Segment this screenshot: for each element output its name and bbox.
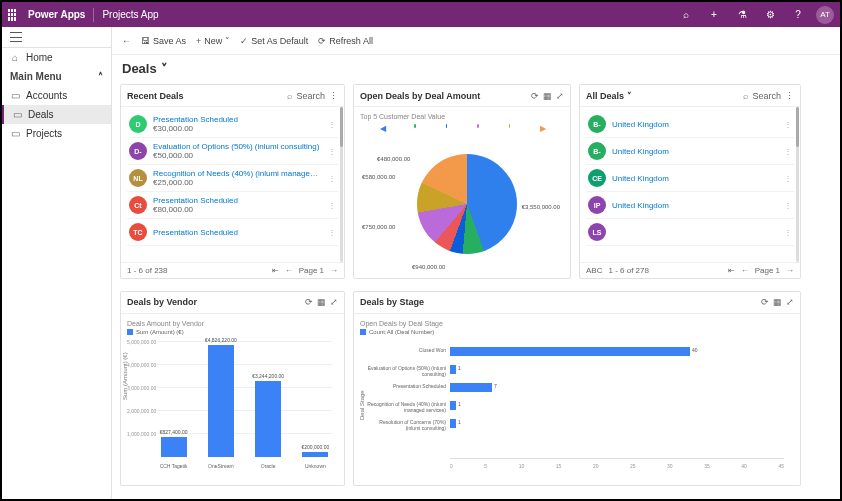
set-default-button[interactable]: ✓Set As Default <box>240 36 308 46</box>
chevron-down-icon: ˅ <box>225 36 230 46</box>
home-icon: ⌂ <box>10 52 20 63</box>
help-icon[interactable]: ? <box>788 5 808 25</box>
chart-legend: ◀ ▶ <box>360 122 564 130</box>
page-title[interactable]: Deals˅ <box>112 55 840 80</box>
nav-collapse-icon[interactable] <box>10 32 22 42</box>
nav-section-main[interactable]: Main Menu˄ <box>2 67 111 86</box>
deals-by-vendor-card: Deals by Vendor ⟳ ▦ ⤢ Deals Amount by Ve… <box>120 291 345 486</box>
avatar: B- <box>588 142 606 160</box>
add-icon[interactable]: + <box>704 5 724 25</box>
search-icon[interactable]: ⌕ <box>676 5 696 25</box>
refresh-icon[interactable]: ⟳ <box>531 91 539 101</box>
avatar: TC <box>129 223 147 241</box>
scrollbar[interactable] <box>340 107 343 262</box>
first-page-icon[interactable]: ⇤ <box>272 266 279 275</box>
refresh-icon[interactable]: ⟳ <box>305 297 313 307</box>
open-deals-amount-card: Open Deals by Deal Amount ⟳ ▦ ⤢ Top 5 Cu… <box>353 84 571 279</box>
chart-subtitle: Top 5 Customer Deal Value <box>360 111 564 122</box>
list-item[interactable]: B- United Kingdom ⋮ <box>586 138 794 165</box>
card-title: Recent Deals <box>127 91 283 101</box>
next-page-icon[interactable]: → <box>786 266 794 275</box>
list-item[interactable]: Ct Presentation Scheduled€80,000.00 ⋮ <box>127 192 338 219</box>
card-title[interactable]: All Deals ˅ <box>586 91 739 101</box>
list-item[interactable]: B- United Kingdom ⋮ <box>586 111 794 138</box>
chart-legend: Count:All (Deal Number) <box>360 329 794 337</box>
search-label[interactable]: Search <box>752 91 781 101</box>
more-icon[interactable]: ⋮ <box>328 120 336 129</box>
deal-location: United Kingdom <box>612 147 778 156</box>
context-name[interactable]: Projects App <box>102 9 158 20</box>
nav-projects[interactable]: ▭Projects <box>2 124 111 143</box>
expand-icon[interactable]: ⤢ <box>330 297 338 307</box>
settings-icon[interactable]: ⚙ <box>760 5 780 25</box>
deal-amount: €30,000.00 <box>153 124 322 133</box>
avatar: D- <box>129 142 147 160</box>
avatar: D <box>129 115 147 133</box>
refresh-all-button[interactable]: ⟳Refresh All <box>318 36 373 46</box>
avatar: Ct <box>129 196 147 214</box>
plus-icon: + <box>196 36 201 46</box>
nav-accounts[interactable]: ▭Accounts <box>2 86 111 105</box>
chart-subtitle: Open Deals by Deal Stage <box>360 318 794 329</box>
avatar: LS <box>588 223 606 241</box>
more-icon[interactable]: ⋮ <box>329 91 338 101</box>
list-item[interactable]: CE United Kingdom ⋮ <box>586 165 794 192</box>
vendor-bar-chart: Sum (Amount) (€) 5,000,000.004,000,000.0… <box>127 337 338 477</box>
prev-page-icon[interactable]: ← <box>285 266 293 275</box>
more-icon[interactable]: ⋮ <box>784 174 792 183</box>
deal-amount: €25,000.00 <box>153 178 322 187</box>
more-icon[interactable]: ⋮ <box>785 91 794 101</box>
expand-icon[interactable]: ⤢ <box>556 91 564 101</box>
more-icon[interactable]: ⋮ <box>784 228 792 237</box>
grid-icon[interactable]: ▦ <box>317 297 326 307</box>
grid-icon[interactable]: ▦ <box>543 91 552 101</box>
list-item[interactable]: D Presentation Scheduled€30,000.00 ⋮ <box>127 111 338 138</box>
more-icon[interactable]: ⋮ <box>328 201 336 210</box>
next-page-icon[interactable]: → <box>330 266 338 275</box>
expand-icon[interactable]: ⤢ <box>786 297 794 307</box>
more-icon[interactable]: ⋮ <box>784 201 792 210</box>
new-button[interactable]: +New˅ <box>196 36 230 46</box>
list-item[interactable]: D- Evaluation of Options (50%) (inlumi c… <box>127 138 338 165</box>
deal-amount: €50,000.00 <box>153 151 322 160</box>
grid-icon[interactable]: ▦ <box>773 297 782 307</box>
sort-label[interactable]: ABC <box>586 266 602 275</box>
back-button[interactable]: ← <box>122 36 131 46</box>
deal-name: Presentation Scheduled <box>153 115 322 124</box>
search-label[interactable]: Search <box>296 91 325 101</box>
more-icon[interactable]: ⋮ <box>784 147 792 156</box>
search-icon[interactable]: ⌕ <box>743 91 748 101</box>
nav-home[interactable]: ⌂Home <box>2 48 111 67</box>
pager-info: 1 - 6 of 278 <box>608 266 648 275</box>
app-launcher-icon[interactable] <box>8 9 20 21</box>
deal-name: Recognition of Needs (40%) (inlumi manag… <box>153 169 322 178</box>
all-deals-card: All Deals ˅ ⌕ Search ⋮ B- United Kingdom… <box>579 84 801 279</box>
page-label: Page 1 <box>755 266 780 275</box>
filter-icon[interactable]: ⚗ <box>732 5 752 25</box>
first-page-icon[interactable]: ⇤ <box>728 266 735 275</box>
save-icon: 🖫 <box>141 36 150 46</box>
refresh-icon[interactable]: ⟳ <box>761 297 769 307</box>
more-icon[interactable]: ⋮ <box>328 147 336 156</box>
deal-name: Presentation Scheduled <box>153 228 322 237</box>
scrollbar[interactable] <box>796 107 799 262</box>
prev-page-icon[interactable]: ← <box>741 266 749 275</box>
deal-location: United Kingdom <box>612 120 778 129</box>
more-icon[interactable]: ⋮ <box>328 228 336 237</box>
more-icon[interactable]: ⋮ <box>328 174 336 183</box>
deal-location: United Kingdom <box>612 174 778 183</box>
avatar[interactable]: AT <box>816 6 834 24</box>
accounts-icon: ▭ <box>10 90 20 101</box>
avatar: IP <box>588 196 606 214</box>
list-item[interactable]: LS ⋮ <box>586 219 794 246</box>
app-header: Power Apps Projects App ⌕ + ⚗ ⚙ ? AT <box>2 2 840 27</box>
toolbar: ← 🖫Save As +New˅ ✓Set As Default ⟳Refres… <box>112 27 840 55</box>
projects-icon: ▭ <box>10 128 20 139</box>
more-icon[interactable]: ⋮ <box>784 120 792 129</box>
save-as-button[interactable]: 🖫Save As <box>141 36 186 46</box>
list-item[interactable]: TC Presentation Scheduled ⋮ <box>127 219 338 246</box>
search-icon[interactable]: ⌕ <box>287 91 292 101</box>
list-item[interactable]: IP United Kingdom ⋮ <box>586 192 794 219</box>
list-item[interactable]: NL Recognition of Needs (40%) (inlumi ma… <box>127 165 338 192</box>
nav-deals[interactable]: ▭Deals <box>2 105 111 124</box>
